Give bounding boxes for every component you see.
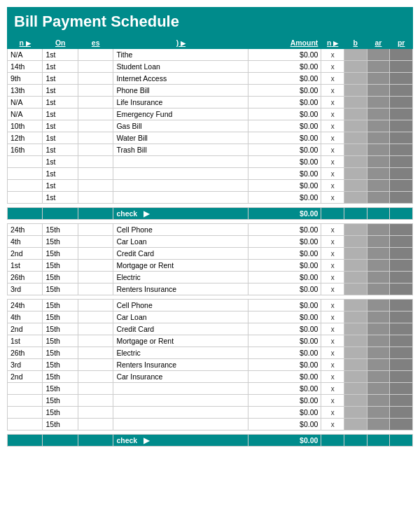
cell-num: 26th	[8, 272, 43, 284]
cell-num: 13th	[8, 85, 43, 97]
cell-b	[344, 108, 367, 120]
col-header-b: b	[344, 37, 367, 49]
cell-es	[78, 371, 113, 383]
cell-b	[344, 272, 367, 284]
cell-one: 15th	[43, 347, 78, 359]
cell-num: N/A	[8, 97, 43, 108]
check-row: check ▶ $0.00	[8, 208, 413, 220]
cell-b	[344, 73, 367, 85]
cell-es	[78, 144, 113, 156]
cell-one: 15th	[43, 395, 78, 407]
cell-pr	[390, 168, 413, 180]
cell-ar	[367, 284, 390, 295]
cell-desc: Cell Phone	[113, 224, 248, 236]
cell-b	[344, 85, 367, 97]
cell-es	[78, 120, 113, 132]
cell-es	[78, 383, 113, 395]
cell-b	[344, 312, 367, 323]
table-row: N/A 1st Life Insurance $0.00 x	[8, 97, 413, 108]
cell-pr	[390, 284, 413, 295]
cell-b	[344, 61, 367, 73]
cell-x: x	[321, 284, 344, 295]
cell-pr	[390, 312, 413, 323]
cell-one: 15th	[43, 272, 78, 284]
table-row: 15th $0.00 x	[8, 407, 413, 419]
col-header-num: n ▶	[8, 37, 43, 49]
cell-num: 3rd	[8, 284, 43, 295]
cell-amount: $0.00	[248, 312, 321, 323]
cell-ar	[367, 248, 390, 260]
cell-one: 1st	[43, 49, 78, 61]
col-header-es: es	[78, 37, 113, 49]
table-row: 1st 15th Mortgage or Rent $0.00 x	[8, 260, 413, 272]
cell-es	[78, 224, 113, 236]
cell-b	[344, 97, 367, 108]
cell-b	[344, 132, 367, 144]
table-row: 24th 15th Cell Phone $0.00 x	[8, 300, 413, 312]
cell-num: 4th	[8, 236, 43, 248]
cell-b	[344, 236, 367, 248]
cell-x: x	[321, 168, 344, 180]
cell-desc: Renters Insurance	[113, 359, 248, 371]
table-row: 1st $0.00 x	[8, 192, 413, 204]
cell-one: 1st	[43, 108, 78, 120]
cell-pr	[390, 371, 413, 383]
cell-ar	[367, 49, 390, 61]
cell-x: x	[321, 347, 344, 359]
cell-amount: $0.00	[248, 180, 321, 192]
cell-x: x	[321, 73, 344, 85]
cell-b	[344, 395, 367, 407]
cell-desc: Internet Access	[113, 73, 248, 85]
cell-amount: $0.00	[248, 359, 321, 371]
cell-num: 16th	[8, 144, 43, 156]
cell-x: x	[321, 407, 344, 419]
cell-es	[78, 156, 113, 168]
cell-es	[78, 335, 113, 347]
cell-ar	[367, 407, 390, 419]
cell-num: 12th	[8, 132, 43, 144]
cell-one: 1st	[43, 73, 78, 85]
cell-amount: $0.00	[248, 120, 321, 132]
cell-es	[78, 260, 113, 272]
cell-b	[344, 359, 367, 371]
check-amount: $0.00	[248, 208, 321, 220]
cell-b	[344, 335, 367, 347]
cell-desc	[113, 407, 248, 419]
cell-pr	[390, 97, 413, 108]
check-amount: $0.00	[248, 435, 321, 447]
cell-amount: $0.00	[248, 248, 321, 260]
cell-num	[8, 419, 43, 430]
cell-pr	[390, 73, 413, 85]
cell-num: N/A	[8, 108, 43, 120]
cell-desc: Water Bill	[113, 132, 248, 144]
cell-desc: Phone Bill	[113, 85, 248, 97]
cell-b	[344, 407, 367, 419]
cell-x: x	[321, 312, 344, 323]
cell-num: 4th	[8, 312, 43, 323]
cell-pr	[390, 224, 413, 236]
cell-b	[344, 260, 367, 272]
cell-es	[78, 359, 113, 371]
cell-amount: $0.00	[248, 300, 321, 312]
cell-num	[8, 156, 43, 168]
cell-pr	[390, 335, 413, 347]
cell-x: x	[321, 359, 344, 371]
cell-desc: Car Loan	[113, 312, 248, 323]
cell-b	[344, 192, 367, 204]
cell-pr	[390, 407, 413, 419]
cell-one: 15th	[43, 407, 78, 419]
col-header-n: n ▶	[321, 37, 344, 49]
cell-es	[78, 168, 113, 180]
cell-ar	[367, 120, 390, 132]
cell-x: x	[321, 335, 344, 347]
cell-ar	[367, 335, 390, 347]
cell-ar	[367, 144, 390, 156]
cell-pr	[390, 132, 413, 144]
cell-one: 15th	[43, 312, 78, 323]
cell-x: x	[321, 61, 344, 73]
cell-x: x	[321, 224, 344, 236]
cell-num	[8, 180, 43, 192]
cell-amount: $0.00	[248, 108, 321, 120]
cell-amount: $0.00	[248, 272, 321, 284]
cell-one: 15th	[43, 419, 78, 430]
